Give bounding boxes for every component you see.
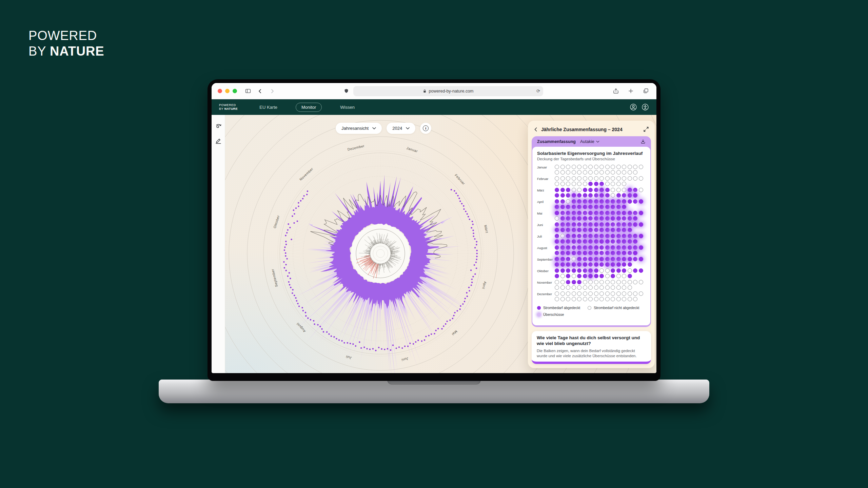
tabs-icon[interactable]	[641, 86, 650, 96]
day-dot	[572, 193, 576, 198]
year-select[interactable]: 2024	[387, 123, 415, 134]
day-dot	[605, 245, 610, 250]
day-dot	[583, 234, 587, 238]
day-dot	[588, 234, 593, 238]
question-body: Die Balken zeigen, wann dein Bedarf voll…	[537, 348, 646, 359]
expand-icon[interactable]	[643, 126, 649, 132]
day-dot	[566, 297, 570, 301]
day-dot	[583, 188, 587, 192]
laptop-base	[159, 380, 709, 403]
day-dot	[616, 251, 621, 255]
account-icon[interactable]	[630, 103, 637, 111]
download-icon[interactable]	[640, 139, 646, 144]
info-button[interactable]: i	[420, 123, 431, 134]
day-dot	[588, 170, 593, 175]
laptop-screen: powered-by-nature.com ⟳	[208, 79, 660, 381]
day-dot	[577, 165, 581, 169]
day-dot	[599, 274, 604, 278]
view-select[interactable]: Jahresansicht	[336, 123, 382, 134]
accessibility-icon[interactable]	[642, 103, 649, 111]
day-dot	[577, 257, 581, 261]
day-dot	[572, 222, 576, 227]
day-dot	[572, 291, 576, 296]
day-dot	[572, 188, 576, 192]
draw-icon[interactable]	[214, 137, 222, 145]
nav-item-wissen[interactable]: Wissen	[340, 105, 355, 110]
day-dot	[628, 257, 632, 261]
day-dot	[616, 285, 621, 290]
zoom-window-button[interactable]	[233, 89, 237, 93]
info-icon: i	[423, 125, 429, 131]
shield-icon[interactable]	[343, 88, 349, 94]
day-dot	[588, 182, 593, 186]
day-dot	[594, 245, 598, 250]
day-dot	[560, 188, 565, 192]
day-dot	[588, 193, 593, 198]
close-window-button[interactable]	[218, 89, 222, 93]
day-dot	[611, 205, 615, 209]
day-dot	[639, 257, 643, 261]
day-dot	[555, 199, 559, 204]
nav-item-monitor[interactable]: Monitor	[296, 103, 322, 112]
tab-zusammenfassung[interactable]: Zusammenfassung	[537, 139, 576, 144]
back-chevron-icon[interactable]	[534, 127, 538, 132]
day-dot	[560, 239, 565, 244]
reload-icon[interactable]: ⟳	[536, 89, 540, 93]
window-controls	[218, 89, 237, 93]
day-dot	[605, 199, 610, 204]
day-dot	[588, 262, 593, 267]
nav-item-eu-karte[interactable]: EU Karte	[259, 105, 277, 110]
matrix-month-row: März	[537, 188, 646, 198]
matrix-month-label: Mai	[537, 211, 555, 221]
matrix-month-label: Juli	[537, 234, 555, 244]
matrix-month-dots	[555, 268, 646, 278]
day-dot	[599, 188, 604, 192]
day-dot	[605, 170, 610, 175]
sidebar-toggle-icon[interactable]	[243, 86, 253, 96]
back-icon[interactable]	[255, 86, 265, 96]
day-dot	[611, 182, 615, 186]
day-dot	[566, 291, 570, 296]
day-dot	[633, 199, 637, 204]
day-dot	[560, 182, 565, 186]
day-dot	[605, 182, 610, 186]
legend-label: Überschüsse	[543, 312, 564, 317]
day-dot	[605, 262, 610, 267]
new-tab-icon[interactable]	[626, 86, 635, 96]
rotate-view-icon[interactable]	[214, 122, 222, 130]
app-logo[interactable]: POWERED BY NATURE	[219, 103, 238, 111]
day-dot	[555, 211, 559, 215]
day-dot	[588, 211, 593, 215]
day-dot	[622, 193, 626, 198]
monitor-canvas: JanuarFebruarMärzAprilMaiJuniJuliAugustS…	[212, 115, 656, 373]
day-dot	[566, 182, 570, 186]
chart-controls: Jahresansicht 2024 i	[336, 123, 431, 134]
day-dot	[611, 297, 615, 301]
summary-card: Zusammenfassung Autakie Solarbasierte Ei…	[532, 136, 651, 327]
day-dot	[594, 291, 598, 296]
day-dot	[605, 234, 610, 238]
day-dot	[566, 228, 570, 232]
matrix-month-dots	[555, 291, 646, 301]
day-dot	[577, 199, 581, 204]
day-dot	[611, 234, 615, 238]
minimize-window-button[interactable]	[225, 89, 230, 93]
day-dot	[628, 234, 632, 238]
day-dot	[572, 257, 576, 261]
day-dot	[599, 222, 604, 227]
matrix-month-label: August	[537, 245, 555, 255]
day-dot	[633, 245, 637, 250]
day-dot	[588, 257, 593, 261]
url-bar[interactable]: powered-by-nature.com ⟳	[353, 86, 543, 96]
forward-icon[interactable]	[268, 86, 277, 96]
day-dot	[616, 211, 621, 215]
chart-month-label: April	[481, 281, 487, 289]
day-dot	[622, 176, 626, 181]
tab-autakie[interactable]: Autakie	[580, 139, 599, 144]
day-dot	[577, 176, 581, 181]
matrix-month-row: August	[537, 245, 646, 255]
day-dot	[639, 188, 643, 192]
day-dot	[560, 199, 565, 204]
day-dot	[588, 205, 593, 209]
share-icon[interactable]	[611, 86, 620, 96]
